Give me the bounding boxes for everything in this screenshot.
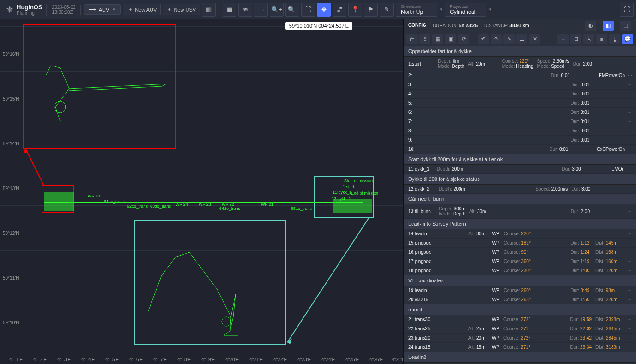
app-logo-block: ⚜ HuginOS Planning: [2, 4, 47, 16]
row-menu-button[interactable]: ⋯: [627, 147, 633, 152]
config-row[interactable]: 22:trans25Alt: 25mWPCourse: 271°Dur: 22:…: [404, 324, 636, 334]
config-row[interactable]: 7:Dur: 0:01⋯: [404, 117, 636, 126]
row-menu-button[interactable]: ⋯: [626, 82, 633, 87]
row-menu-button[interactable]: ⋯: [626, 345, 633, 350]
config-row[interactable]: 24:trans15Alt: 15mWPCourse: 271°Dur: 26:…: [404, 343, 636, 352]
row-menu-button[interactable]: ⋯: [626, 326, 633, 331]
row-menu-button[interactable]: ⋯: [626, 186, 633, 191]
config-list[interactable]: Opparbeider fart for å dykke1:startDepth…: [404, 46, 636, 364]
row-menu-button[interactable]: ⋯: [627, 73, 633, 78]
add-button[interactable]: ＋: [557, 34, 569, 44]
row-menu-button[interactable]: ⋯: [626, 240, 633, 245]
row-menu-button[interactable]: ⋯: [626, 209, 633, 214]
layout-button-3[interactable]: ▢: [620, 21, 631, 31]
row-menu-button[interactable]: ⋯: [626, 110, 633, 115]
config-row[interactable]: 23:trans20Alt: 20mWPCourse: 272°Dur: 23:…: [404, 334, 636, 343]
config-row[interactable]: 5:Dur: 0:01⋯: [404, 99, 636, 108]
close-button[interactable]: ✕: [529, 34, 540, 44]
config-row[interactable]: 14:leadinAlt: 30mWPCourse: 220°⋯: [404, 229, 636, 239]
add-box-button[interactable]: ⊞: [570, 34, 581, 44]
redo-button[interactable]: ↷: [491, 34, 502, 44]
edit-button[interactable]: ✎: [380, 3, 394, 17]
orientation-selector[interactable]: Orientation North Up: [396, 3, 437, 17]
row-menu-button[interactable]: ⋯: [626, 268, 633, 273]
move-tool-button[interactable]: ✥: [317, 3, 331, 17]
row-menu-button[interactable]: ⋯: [626, 137, 633, 143]
comment-button[interactable]: 💬: [622, 34, 633, 44]
new-auv-button[interactable]: ＋ New AUV: [124, 4, 161, 15]
config-row[interactable]: 19:leadinWPCourse: 260°Dur: 0:49Dist: 98…: [404, 286, 636, 295]
section-header[interactable]: Start dykk til 200m for å sjekke at alt …: [404, 154, 636, 165]
app-logo-icon: ⚜: [6, 4, 14, 15]
section-header[interactable]: Dykke til 200 for å sjekke status: [404, 174, 636, 185]
download-button[interactable]: ⭳: [609, 34, 620, 44]
config-row[interactable]: 2:Dur: 0:01EMPowerOn⋯: [404, 71, 636, 80]
row-menu-button[interactable]: ⋯: [626, 128, 633, 133]
layout-button-1[interactable]: ◐: [585, 21, 596, 31]
config-row[interactable]: 12:dykk_2Depth: 200mSpeed: 2.00m/sDur: 3…: [404, 185, 636, 194]
row-menu-button[interactable]: ⋯: [626, 259, 633, 264]
zoom-out-button[interactable]: 🔍-: [285, 3, 299, 17]
config-row[interactable]: 21:trans30WPCourse: 272°Dur: 19:59Dist: …: [404, 315, 636, 324]
zoom-in-button[interactable]: 🔍+: [270, 3, 284, 17]
branch-button[interactable]: ⅄: [583, 34, 594, 44]
row-menu-button[interactable]: ⋯: [626, 119, 633, 124]
config-row[interactable]: 17:pingboxWPCourse: 360°Dur: 1:19Dist: 1…: [404, 257, 636, 266]
projection-selector[interactable]: Projection Cylindrical: [445, 3, 486, 17]
config-row[interactable]: 4:Dur: 0:01⋯: [404, 90, 636, 99]
config-row[interactable]: 6:Dur: 0:01⋯: [404, 108, 636, 117]
new-usv-button[interactable]: ＋ New USV: [163, 4, 200, 15]
row-menu-button[interactable]: ⋯: [626, 250, 633, 255]
section-header[interactable]: transit: [404, 304, 636, 315]
grid-button[interactable]: ▦: [432, 34, 443, 44]
row-menu-button[interactable]: ⋯: [626, 288, 633, 293]
edit-pencil-button[interactable]: ✎: [503, 34, 515, 44]
section-header[interactable]: Går ned til bunn: [404, 194, 636, 204]
add-node-button[interactable]: ▣: [445, 34, 456, 44]
row-menu-button[interactable]: ⋯: [626, 297, 633, 302]
layout-button-2[interactable]: ◧: [603, 21, 614, 31]
config-row[interactable]: 8:Dur: 0:01⋯: [404, 126, 636, 136]
open-button[interactable]: 🗀: [406, 34, 418, 44]
config-tab[interactable]: CONFIG: [408, 21, 426, 30]
config-row[interactable]: 9:Dur: 0:01⋯: [404, 136, 636, 145]
attach-button[interactable]: 🖇: [333, 3, 346, 17]
config-row[interactable]: 3:Dur: 0:01⋯: [404, 80, 636, 90]
map-label-t64: 64:to_trans: [219, 206, 240, 211]
map-canvas[interactable]: 59°10.010'N 004°24.507'E 59°16'N 59°15'N…: [0, 19, 403, 364]
refresh-button[interactable]: ⟳: [458, 34, 469, 44]
config-row[interactable]: 10:Dur: 0:01CxCPowerOn⋯: [404, 145, 636, 154]
export-button[interactable]: ⇪: [419, 34, 430, 44]
pin-button[interactable]: ⚑: [364, 3, 378, 17]
duration-meta: DURATION: 5h 23:25: [433, 23, 478, 28]
row-menu-button[interactable]: ⋯: [626, 101, 633, 106]
section-header[interactable]: VL_coordinates: [404, 275, 636, 286]
row-menu-button[interactable]: ⋯: [626, 91, 633, 96]
layers-button[interactable]: ≋: [238, 3, 252, 17]
row-menu-button[interactable]: ⋯: [626, 167, 633, 172]
config-row[interactable]: 18:pingboxWPCourse: 230°Dur: 1:00Dist: 1…: [404, 266, 636, 275]
row-menu-button[interactable]: ⋯: [626, 231, 633, 236]
list-button[interactable]: ☰: [516, 34, 527, 44]
config-row[interactable]: 20:vl3216WPCourse: 263°Dur: 1:50Dist: 22…: [404, 295, 636, 304]
undo-button[interactable]: ↶: [478, 34, 489, 44]
queue-button[interactable]: ≡: [596, 34, 607, 44]
section-header[interactable]: Opparbeider fart for å dykke: [404, 46, 636, 57]
folder-button[interactable]: ▭: [254, 3, 268, 17]
vehicle-selector[interactable]: ⟶ AUV ▼: [84, 4, 121, 15]
row-menu-button[interactable]: ⋯: [626, 317, 633, 322]
config-row[interactable]: 15:pingboxWPCourse: 182°Dur: 1:12Dist: 1…: [404, 239, 636, 248]
fullscreen-button[interactable]: ⛶: [620, 3, 634, 17]
section-header[interactable]: Lead-in to Survey Pattern: [404, 219, 636, 229]
map-view-button[interactable]: ▦: [223, 3, 236, 17]
config-row[interactable]: 13:til_bunnDepth: 300mMode: DepthAlt: 30…: [404, 204, 636, 219]
config-row[interactable]: 1:startDepth: 0mMode: DepthAlt: 20mCours…: [404, 57, 636, 71]
section-header[interactable]: Leadin2: [404, 352, 636, 363]
fit-button[interactable]: ⛶: [301, 3, 315, 17]
marker-button[interactable]: 📍: [348, 3, 362, 17]
row-menu-button[interactable]: ⋯: [626, 61, 633, 66]
config-row[interactable]: 11:dykk_1Depth: 200mDur: 3:00EMOn⋯: [404, 165, 636, 174]
panel-toggle-button[interactable]: ▥: [202, 3, 216, 17]
config-row[interactable]: 16:pingboxWPCourse: 90°Dur: 1:24Dist: 16…: [404, 248, 636, 257]
row-menu-button[interactable]: ⋯: [626, 335, 633, 340]
